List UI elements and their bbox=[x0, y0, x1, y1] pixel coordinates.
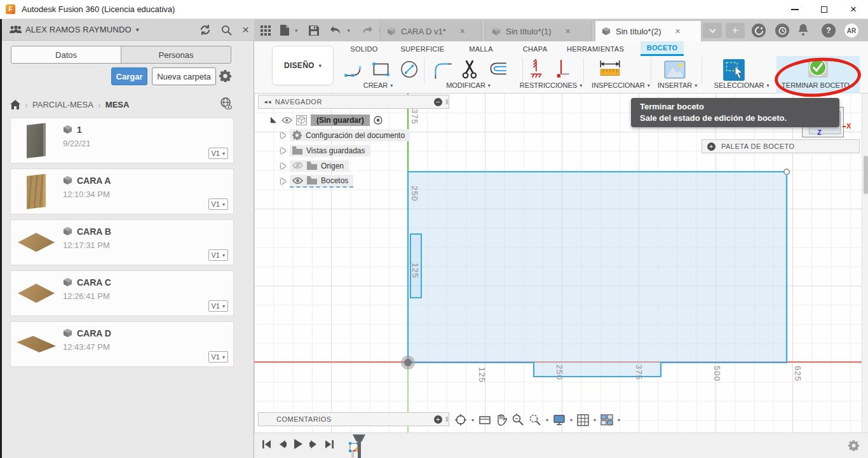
tab-list-button[interactable] bbox=[703, 23, 722, 38]
redo-icon[interactable] bbox=[361, 25, 373, 35]
navigator-row-doc-settings[interactable]: Configuración del documento bbox=[281, 128, 410, 142]
sketch-profile[interactable] bbox=[408, 172, 787, 377]
save-icon[interactable] bbox=[309, 25, 319, 36]
workspace-tab-malla[interactable]: MALLA bbox=[462, 41, 500, 56]
upload-button[interactable]: Cargar bbox=[111, 67, 147, 85]
comments-bar[interactable]: COMENTARIOS + ‖ bbox=[258, 412, 449, 426]
caret-down-icon[interactable]: ▾ bbox=[546, 417, 548, 423]
expanded-triangle-icon[interactable] bbox=[269, 116, 278, 124]
app-grid-icon[interactable] bbox=[261, 25, 271, 36]
timeline-marker-stem[interactable] bbox=[358, 441, 361, 458]
tab-close-icon[interactable]: × bbox=[566, 26, 571, 36]
minimize-button[interactable] bbox=[780, 0, 810, 19]
collapse-panel-icon[interactable]: ◄◄ bbox=[263, 99, 271, 105]
collapsed-triangle-icon[interactable] bbox=[281, 163, 286, 169]
navigator-row-sketches[interactable]: Bocetos bbox=[281, 174, 353, 188]
tab-close-icon[interactable]: × bbox=[675, 26, 681, 36]
file-menu-icon[interactable] bbox=[280, 25, 289, 36]
breadcrumb-current[interactable]: MESA bbox=[105, 100, 130, 109]
navigator-header[interactable]: ◄◄ NAVEGADOR − ‖ bbox=[258, 95, 449, 109]
panel-grip[interactable]: ‖ bbox=[445, 415, 449, 423]
tab-close-icon[interactable]: × bbox=[460, 26, 465, 36]
sketch-palette-bar[interactable]: + PALETA DE BOCETO bbox=[702, 139, 860, 153]
doc-tab-cara-d[interactable]: CARA D v1* × bbox=[380, 21, 482, 41]
tool-line[interactable] bbox=[342, 58, 365, 83]
eye-icon[interactable] bbox=[281, 116, 292, 124]
user-name[interactable]: ALEX RAMOS RAYMUNDO bbox=[25, 25, 132, 34]
group-crear[interactable]: CREAR▾ bbox=[349, 81, 407, 90]
viewports-icon[interactable] bbox=[600, 414, 613, 426]
zoom-window-icon[interactable] bbox=[529, 413, 541, 426]
tool-circle[interactable] bbox=[398, 58, 421, 83]
panel-minus-icon[interactable]: − bbox=[434, 98, 442, 106]
collapsed-triangle-icon[interactable] bbox=[281, 178, 286, 184]
step-back-icon[interactable] bbox=[278, 440, 287, 449]
home-icon[interactable] bbox=[10, 100, 20, 109]
caret-down-icon[interactable]: ▾ bbox=[593, 417, 596, 423]
orbit-icon[interactable] bbox=[454, 413, 467, 426]
panel-grip[interactable]: ‖ bbox=[445, 98, 449, 106]
tool-insert-image[interactable] bbox=[663, 58, 687, 83]
grid-settings-icon[interactable] bbox=[577, 414, 589, 426]
tool-rectangle[interactable] bbox=[370, 58, 393, 83]
collapsed-triangle-icon[interactable] bbox=[281, 148, 286, 154]
activate-radio-icon[interactable] bbox=[374, 116, 383, 125]
new-folder-button[interactable]: Nueva carpeta bbox=[152, 67, 216, 85]
list-item[interactable]: CARA A 12:10:34 PM V1▾ bbox=[10, 169, 234, 214]
caret-down-icon[interactable]: ▾ bbox=[618, 417, 620, 423]
workspace-tab-superficie[interactable]: SUPERFICIE bbox=[397, 41, 448, 56]
refresh-icon[interactable] bbox=[200, 25, 211, 35]
help-button[interactable]: ? bbox=[822, 24, 836, 38]
undo-caret-icon[interactable]: ▾ bbox=[348, 27, 351, 34]
document-name[interactable]: (Sin guardar) bbox=[311, 114, 370, 126]
group-seleccionar[interactable]: SELECCIONAR▾ bbox=[707, 81, 776, 90]
tool-measure[interactable] bbox=[597, 58, 623, 83]
list-item[interactable]: CARA B 12:17:31 PM V1▾ bbox=[10, 219, 234, 265]
avatar[interactable]: AR bbox=[844, 23, 859, 38]
file-menu-caret-icon[interactable]: ▾ bbox=[295, 27, 298, 34]
new-tab-button[interactable]: + bbox=[726, 23, 745, 38]
doc-tab-sin-titulo-1[interactable]: Sin título*(1) × bbox=[485, 21, 592, 41]
play-icon[interactable] bbox=[294, 439, 302, 449]
list-item[interactable]: CARA D 12:43:47 PM V1▾ bbox=[10, 321, 234, 367]
panel-plus-icon[interactable]: + bbox=[707, 142, 715, 151]
maximize-button[interactable] bbox=[810, 0, 839, 19]
navigator-row-saved-views[interactable]: Vistas guardadas bbox=[281, 144, 370, 157]
list-item[interactable]: CARA C 12:26:41 PM V1▾ bbox=[10, 270, 234, 316]
caret-down-icon[interactable]: ▾ bbox=[471, 417, 474, 423]
version-dropdown[interactable]: V1▾ bbox=[208, 148, 228, 159]
step-forward-icon[interactable] bbox=[309, 440, 318, 449]
list-item[interactable]: 1 9/22/21 V1▾ bbox=[10, 118, 234, 163]
navigator-root-row[interactable]: (Sin guardar) bbox=[269, 113, 383, 127]
workspace-tab-boceto[interactable]: BOCETO bbox=[641, 41, 684, 56]
shared-views-button[interactable] bbox=[220, 97, 233, 112]
version-dropdown[interactable]: V1▾ bbox=[208, 198, 228, 210]
group-restricciones[interactable]: RESTRICCIONES▾ bbox=[513, 81, 588, 90]
tool-constraint-fix[interactable] bbox=[527, 58, 549, 83]
version-dropdown[interactable]: V1▾ bbox=[208, 300, 228, 312]
tool-fillet[interactable] bbox=[431, 58, 454, 83]
notifications-button[interactable] bbox=[798, 24, 808, 38]
workspace-tab-chapa[interactable]: CHAPA bbox=[516, 41, 554, 56]
doc-tab-sin-titulo-2[interactable]: Sin título*(2) × bbox=[595, 21, 702, 41]
design-menu-button[interactable]: DISEÑO▾ bbox=[272, 46, 334, 85]
workspace-tab-solido[interactable]: SOLIDO bbox=[343, 41, 385, 56]
data-panel-settings-button[interactable] bbox=[219, 70, 231, 85]
panel-close-icon[interactable]: × bbox=[242, 25, 249, 34]
group-insertar[interactable]: INSERTAR▾ bbox=[649, 81, 705, 90]
workspace-tab-herramientas[interactable]: HERRAMIENTAS bbox=[564, 41, 627, 56]
breadcrumb-parent[interactable]: PARCIAL-MESA bbox=[32, 100, 93, 109]
user-menu-caret-icon[interactable]: ▾ bbox=[136, 26, 139, 33]
canvas-scrollbar[interactable] bbox=[862, 94, 868, 433]
version-dropdown[interactable]: V1▾ bbox=[208, 351, 228, 363]
go-to-start-icon[interactable] bbox=[262, 440, 271, 449]
search-icon[interactable] bbox=[221, 25, 232, 36]
timeline-settings-button[interactable] bbox=[848, 440, 859, 454]
collapsed-triangle-icon[interactable] bbox=[281, 132, 286, 139]
extensions-button[interactable] bbox=[752, 24, 766, 38]
go-to-end-icon[interactable] bbox=[325, 440, 334, 449]
eye-off-icon[interactable] bbox=[292, 162, 303, 170]
zoom-icon[interactable] bbox=[512, 413, 524, 426]
caret-down-icon[interactable]: ▾ bbox=[570, 417, 573, 423]
tab-personas[interactable]: Personas bbox=[121, 46, 231, 63]
